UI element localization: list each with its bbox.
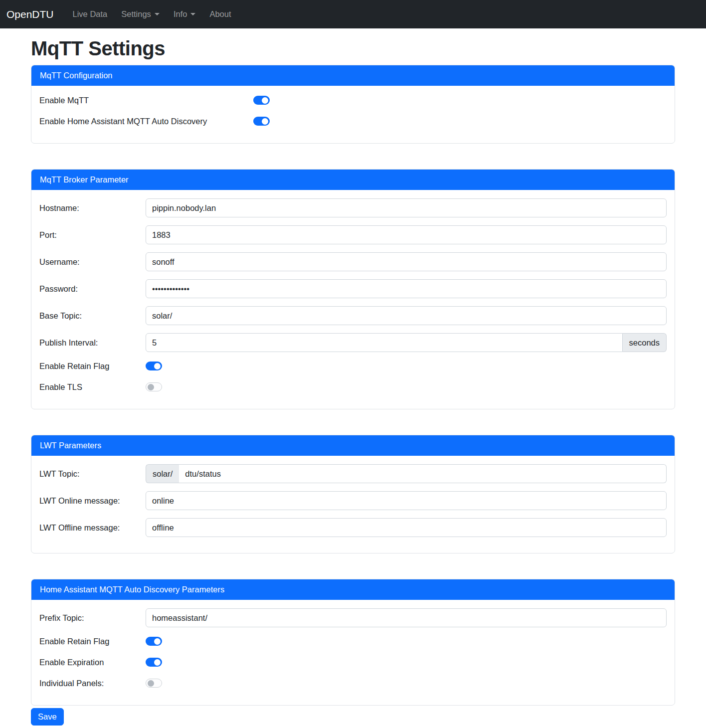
publish-interval-unit: seconds [623,333,667,352]
enable-retain-toggle[interactable] [146,362,162,370]
chevron-down-icon [190,13,195,15]
card-lwt-parameters-body: LWT Topic: solar/ LWT Online message: LW… [31,456,675,553]
port-label: Port: [39,230,146,240]
port-input[interactable] [146,225,667,244]
form-row-username: Username: [39,252,667,271]
form-row-enable-retain: Enable Retain Flag [39,360,667,372]
card-mqtt-configuration-header: MqTT Configuration [31,65,675,86]
prefix-topic-label: Prefix Topic: [39,613,146,623]
enable-retain-label: Enable Retain Flag [39,362,146,371]
nav-settings[interactable]: Settings [114,5,167,23]
card-mqtt-configuration-body: Enable MqTT Enable Home Assistant MQTT A… [31,86,675,143]
form-row-port: Port: [39,225,667,244]
lwt-topic-group: solar/ [146,464,667,483]
app-brand[interactable]: OpenDTU [6,8,54,20]
nav-info[interactable]: Info [167,5,203,23]
lwt-topic-label: LWT Topic: [39,469,146,479]
lwt-online-input[interactable] [146,491,667,510]
lwt-topic-prefix: solar/ [146,464,179,483]
card-lwt-parameters: LWT Parameters LWT Topic: solar/ LWT Onl… [31,435,675,553]
card-lwt-parameters-header: LWT Parameters [31,435,675,456]
ha-expiration-label: Enable Expiration [39,658,146,667]
form-row-ha-expiration: Enable Expiration [39,656,667,668]
individual-panels-toggle[interactable] [146,679,162,688]
lwt-offline-input[interactable] [146,518,667,537]
lwt-topic-input[interactable] [179,464,667,483]
nav-info-label: Info [174,9,187,19]
lwt-offline-label: LWT Offline message: [39,523,146,533]
password-label: Password: [39,284,146,294]
nav-settings-label: Settings [121,9,151,19]
publish-interval-input[interactable] [146,333,623,352]
enable-ha-discovery-toggle[interactable] [253,117,270,126]
form-row-individual-panels: Individual Panels: [39,677,667,689]
form-row-hostname: Hostname: [39,198,667,217]
base-topic-label: Base Topic: [39,311,146,321]
enable-mqtt-toggle[interactable] [253,96,270,105]
form-row-publish-interval: Publish Interval: seconds [39,333,667,352]
hostname-input[interactable] [146,198,667,217]
card-mqtt-broker-parameter-body: Hostname: Port: Username: Password: Base… [31,190,675,409]
individual-panels-label: Individual Panels: [39,679,146,688]
card-mqtt-broker-parameter: MqTT Broker Parameter Hostname: Port: Us… [31,169,675,409]
form-row-base-topic: Base Topic: [39,306,667,325]
save-button[interactable]: Save [31,708,64,726]
lwt-online-label: LWT Online message: [39,496,146,506]
ha-retain-toggle[interactable] [146,637,162,646]
ha-retain-label: Enable Retain Flag [39,637,146,646]
chevron-down-icon [155,13,160,15]
nav-about[interactable]: About [202,5,238,23]
hostname-label: Hostname: [39,203,146,213]
card-ha-discovery-parameters: Home Assistant MQTT Auto Discovery Param… [31,579,675,706]
form-row-lwt-topic: LWT Topic: solar/ [39,464,667,483]
username-input[interactable] [146,252,667,271]
form-row-password: Password: [39,279,667,298]
enable-mqtt-label: Enable MqTT [39,96,253,105]
form-row-enable-ha-discovery: Enable Home Assistant MQTT Auto Discover… [39,115,667,127]
prefix-topic-input[interactable] [146,608,667,627]
form-row-prefix-topic: Prefix Topic: [39,608,667,627]
publish-interval-group: seconds [146,333,667,352]
card-ha-discovery-parameters-body: Prefix Topic: Enable Retain Flag Enable … [31,600,675,705]
card-mqtt-configuration: MqTT Configuration Enable MqTT Enable Ho… [31,65,675,144]
card-mqtt-broker-parameter-header: MqTT Broker Parameter [31,170,675,190]
main-content: MqTT Settings MqTT Configuration Enable … [31,37,675,726]
publish-interval-label: Publish Interval: [39,338,146,348]
form-row-enable-mqtt: Enable MqTT [39,94,667,106]
navbar: OpenDTU Live Data Settings Info About [0,0,706,28]
enable-tls-label: Enable TLS [39,382,146,392]
form-row-lwt-offline: LWT Offline message: [39,518,667,537]
card-ha-discovery-parameters-header: Home Assistant MQTT Auto Discovery Param… [31,579,675,600]
username-label: Username: [39,257,146,267]
base-topic-input[interactable] [146,306,667,325]
page-title: MqTT Settings [31,37,675,60]
ha-expiration-toggle[interactable] [146,658,162,667]
form-row-enable-tls: Enable TLS [39,381,667,393]
nav-live-data[interactable]: Live Data [66,5,115,23]
enable-ha-discovery-label: Enable Home Assistant MQTT Auto Discover… [39,117,253,126]
password-input[interactable] [146,279,667,298]
form-row-ha-retain: Enable Retain Flag [39,635,667,647]
enable-tls-toggle[interactable] [146,382,162,391]
form-row-lwt-online: LWT Online message: [39,491,667,510]
